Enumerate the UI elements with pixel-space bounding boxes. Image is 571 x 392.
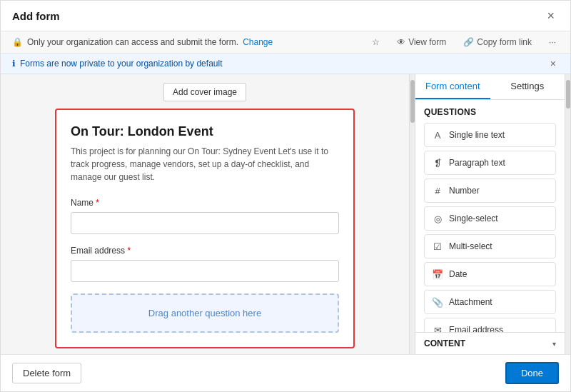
left-scrollbar[interactable] (409, 74, 415, 354)
drag-zone-text: Drag another question here (148, 308, 261, 318)
number-icon: # (432, 185, 443, 196)
question-item-email[interactable]: ✉Email address (424, 318, 556, 332)
modal-footer: Delete form Done (1, 354, 570, 391)
info-icon: ℹ (12, 59, 16, 69)
email-icon: ✉ (432, 324, 443, 332)
private-notice: ℹ Forms are now private to your organiza… (1, 54, 570, 74)
single-line-label: Single line text (449, 130, 505, 140)
name-input[interactable] (71, 212, 339, 234)
email-field-group: Email address * (71, 246, 339, 282)
panel-tabs: Form content Settings (415, 74, 565, 100)
modal-title: Add form (12, 10, 60, 22)
name-field-group: Name * (71, 198, 339, 234)
right-scrollbar[interactable] (565, 74, 570, 354)
tab-settings[interactable]: Settings (490, 74, 565, 99)
star-icon: ☆ (372, 37, 380, 47)
question-item-multi-select[interactable]: ☑Multi-select (424, 234, 556, 258)
content-label: Content (424, 338, 465, 348)
info-bar-right: ☆ 👁 View form 🔗 Copy form link ··· (369, 36, 559, 49)
add-cover-button[interactable]: Add cover image (163, 83, 246, 101)
question-item-number[interactable]: #Number (424, 179, 556, 203)
form-preview: On Tour: London Event This project is fo… (55, 109, 355, 348)
name-required-marker: * (96, 198, 99, 208)
date-icon: 📅 (432, 268, 443, 280)
lock-icon: 🔒 (12, 37, 23, 47)
close-button[interactable]: × (542, 8, 559, 24)
change-link[interactable]: Change (243, 37, 273, 47)
name-label: Name * (71, 198, 339, 208)
email-input[interactable] (71, 260, 339, 282)
question-item-paragraph[interactable]: ❡Paragraph text (424, 151, 556, 175)
view-form-button[interactable]: 👁 View form (394, 36, 449, 49)
questions-section: Questions ASingle line text❡Paragraph te… (415, 100, 565, 332)
tab-form-content[interactable]: Form content (415, 74, 490, 99)
chevron-down-icon: ▾ (552, 340, 556, 348)
delete-form-button[interactable]: Delete form (12, 363, 81, 383)
question-item-single-line[interactable]: ASingle line text (424, 123, 556, 147)
form-description: This project is for planning our On Tour… (71, 145, 339, 184)
star-button[interactable]: ☆ (369, 36, 383, 49)
right-scroll-thumb (566, 80, 570, 109)
copy-link-button[interactable]: 🔗 Copy form link (460, 36, 535, 49)
question-item-attachment[interactable]: 📎Attachment (424, 290, 556, 314)
private-notice-left: ℹ Forms are now private to your organiza… (12, 59, 222, 69)
notice-close-button[interactable]: × (547, 58, 559, 69)
more-icon: ··· (549, 37, 556, 47)
attachment-icon: 📎 (432, 296, 443, 308)
eye-icon: 👁 (397, 37, 405, 47)
single-line-icon: A (432, 129, 443, 141)
more-button[interactable]: ··· (546, 36, 559, 49)
content-section[interactable]: Content ▾ (415, 332, 565, 354)
email-required-marker: * (127, 246, 131, 256)
done-button[interactable]: Done (505, 362, 559, 384)
email-label: Email address * (71, 246, 339, 256)
paragraph-label: Paragraph text (449, 158, 505, 168)
left-panel: Add cover image On Tour: London Event Th… (1, 74, 409, 354)
email-label: Email address (449, 325, 503, 332)
left-scroll-thumb (410, 80, 415, 123)
drag-zone[interactable]: Drag another question here (71, 293, 339, 333)
attachment-label: Attachment (449, 297, 492, 307)
questions-heading: Questions (424, 107, 556, 117)
modal-header: Add form × (1, 1, 570, 31)
paragraph-icon: ❡ (432, 157, 443, 169)
multi-select-label: Multi-select (449, 241, 492, 251)
info-bar-left: 🔒 Only your organization can access and … (12, 37, 273, 47)
private-notice-message: Forms are now private to your organizati… (20, 59, 222, 69)
number-label: Number (449, 186, 480, 196)
link-icon: 🔗 (463, 37, 474, 47)
add-form-modal: Add form × 🔒 Only your organization can … (0, 0, 571, 392)
question-item-single-select[interactable]: ◎Single-select (424, 206, 556, 231)
single-select-label: Single-select (449, 213, 498, 223)
right-panel: Form content Settings Questions ASingle … (415, 74, 565, 354)
info-bar: 🔒 Only your organization can access and … (1, 31, 570, 54)
date-label: Date (449, 269, 467, 279)
questions-list: ASingle line text❡Paragraph text#Number◎… (424, 123, 556, 332)
multi-select-icon: ☑ (432, 241, 443, 252)
main-area: Add cover image On Tour: London Event Th… (1, 74, 570, 354)
info-bar-message: Only your organization can access and su… (27, 37, 238, 47)
question-item-date[interactable]: 📅Date (424, 262, 556, 286)
single-select-icon: ◎ (432, 213, 443, 224)
form-preview-title: On Tour: London Event (71, 124, 339, 139)
